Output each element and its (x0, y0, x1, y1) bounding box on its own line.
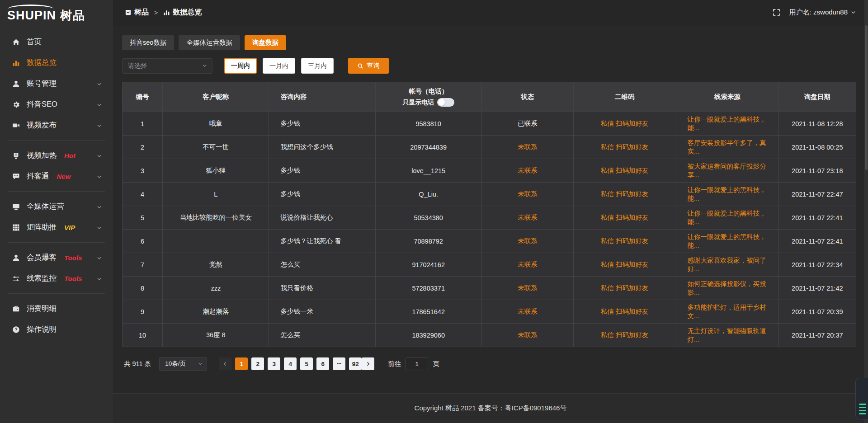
qrcode-link[interactable]: 私信 扫码加好友 (601, 213, 649, 222)
col-header-id: 编号 (123, 82, 163, 112)
table-body: 1哦章多少钱9583810已联系私信 扫码加好友让你一眼就爱上的黑科技，能...… (123, 112, 856, 347)
sidebar-item-label: 会员爆客 (27, 253, 57, 263)
sidebar-item-matrix-boost[interactable]: 矩阵助推VIP (0, 217, 113, 238)
tab-douyin-seo-data[interactable]: 抖音seo数据 (122, 35, 174, 50)
sidebar-menu: 首页数据总览账号管理抖音SEO视频发布视频加热Hot抖客通New全媒体运营矩阵助… (0, 32, 113, 340)
cell-date: 2021-11-08 00:25 (779, 136, 856, 159)
prev-page-button[interactable] (219, 357, 231, 370)
breadcrumb-item[interactable]: 数据总览 (163, 8, 202, 17)
table-row: 3狐小狸多少钱love__1215未联系私信 扫码加好友被大家追着问的客厅投影分… (123, 159, 856, 183)
query-button[interactable]: 查询 (348, 58, 389, 74)
page-button-5[interactable]: 5 (300, 357, 313, 370)
qrcode-link[interactable]: 私信 扫码加好友 (601, 190, 649, 198)
status-badge: 未联系 (518, 260, 538, 269)
cell-source: 让你一眼就爱上的黑科技，能... (676, 206, 779, 230)
table-row: 2不可一世我想问这个多少钱2097344839未联系私信 扫码加好友客厅安装投影… (123, 136, 856, 159)
range-button-one-week[interactable]: 一周内 (224, 58, 257, 74)
qrcode-link[interactable]: 私信 扫码加好友 (601, 260, 649, 269)
content: 抖音seo数据全媒体运营数据询盘数据 请选择 一周内一月内三月内 查询 (113, 25, 868, 393)
cell-id: 9 (123, 300, 163, 324)
data-tabs: 抖音seo数据全媒体运营数据询盘数据 (122, 35, 856, 50)
cell-id: 3 (123, 159, 163, 183)
phone-only-toggle[interactable] (437, 98, 454, 107)
home-icon (12, 38, 20, 46)
qrcode-link[interactable]: 私信 扫码加好友 (601, 284, 649, 292)
source-link[interactable]: 无主灯设计，智能磁吸轨道灯... (688, 327, 774, 344)
breadcrumb-item[interactable]: 树品 (125, 8, 149, 17)
source-link[interactable]: 让你一眼就爱上的黑科技，能... (688, 115, 774, 132)
sidebar-item-video-heat[interactable]: 视频加热Hot (0, 145, 113, 166)
chat-icon (12, 173, 20, 180)
qrcode-link[interactable]: 私信 扫码加好友 (601, 331, 649, 339)
scrollbar-thumb[interactable] (865, 25, 868, 170)
cell-id: 7 (123, 253, 163, 277)
qrcode-link[interactable]: 私信 扫码加好友 (601, 119, 649, 128)
sidebar-item-account-management[interactable]: 账号管理 (0, 73, 113, 94)
cell-nickname: 36度 8 (163, 324, 269, 347)
cell-id: 6 (123, 230, 163, 253)
sidebar-item-media-operation[interactable]: 全媒体运营 (0, 196, 113, 217)
page-button-3[interactable]: 3 (268, 357, 280, 370)
sidebar-item-label: 视频加热 (27, 150, 57, 160)
cell-qrcode: 私信 扫码加好友 (574, 183, 676, 206)
range-button-three-months[interactable]: 三月内 (301, 58, 334, 74)
user-menu[interactable]: 用户名: zswodun88 (789, 8, 856, 17)
sidebar-item-consume-detail[interactable]: 消费明细 (0, 298, 113, 319)
sidebar-item-clue-monitor[interactable]: 线索监控Tools (0, 268, 113, 289)
source-link[interactable]: 多功能护栏灯，适用于乡村文... (688, 303, 774, 320)
range-button-one-month[interactable]: 一月内 (263, 58, 295, 74)
cell-account: 178651642 (376, 300, 482, 324)
page-size-select[interactable]: 10条/页 (159, 357, 207, 371)
cell-source: 如何正确选择投影仪，买投影... (676, 277, 779, 300)
page-button-1[interactable]: 1 (235, 357, 248, 370)
sidebar-item-douyin-seo[interactable]: 抖音SEO (0, 94, 113, 115)
toggle-knob (438, 99, 445, 106)
support-widget-icon[interactable] (855, 378, 868, 419)
chevron-down-icon (96, 102, 102, 108)
tab-media-operation-data[interactable]: 全媒体运营数据 (179, 35, 240, 50)
sidebar-item-operation-guide[interactable]: ?操作说明 (0, 319, 113, 340)
table-row: 7觉然怎么买917024162未联系私信 扫码加好友感谢大家喜欢我家，被问了好.… (123, 253, 856, 277)
sidebar: SHUPIN 树品 首页数据总览账号管理抖音SEO视频发布视频加热Hot抖客通N… (0, 0, 113, 423)
qrcode-link[interactable]: 私信 扫码加好友 (601, 237, 649, 245)
cell-date: 2021-11-07 22:41 (779, 206, 856, 230)
qrcode-link[interactable]: 私信 扫码加好友 (601, 307, 649, 316)
qrcode-link[interactable]: 私信 扫码加好友 (601, 166, 649, 175)
page-button-92[interactable]: 92 (349, 357, 362, 370)
sidebar-item-home[interactable]: 首页 (0, 32, 113, 52)
source-link[interactable]: 被大家追着问的客厅投影分享... (688, 162, 774, 179)
page-button-6[interactable]: 6 (316, 357, 329, 370)
app-logo[interactable]: SHUPIN 树品 (0, 4, 113, 27)
cell-status: 未联系 (482, 277, 574, 300)
next-page-button[interactable] (362, 357, 374, 370)
cell-source: 无主灯设计，智能磁吸轨道灯... (676, 324, 779, 347)
source-link[interactable]: 客厅安装投影半年多了，真实... (688, 139, 774, 156)
sidebar-item-video-publish[interactable]: 视频发布 (0, 115, 113, 136)
vertical-scrollbar[interactable] (864, 0, 868, 423)
source-link[interactable]: 让你一眼就爱上的黑科技，能... (688, 209, 774, 226)
jump-page-input[interactable] (406, 357, 428, 370)
tab-inquiry-data[interactable]: 询盘数据 (245, 35, 286, 50)
col-header-nickname: 客户昵称 (163, 82, 269, 112)
qrcode-link[interactable]: 私信 扫码加好友 (601, 143, 649, 151)
table-row: 5当地比较能吃的一位美女说说价格让我死心50534380未联系私信 扫码加好友让… (123, 206, 856, 230)
source-link[interactable]: 感谢大家喜欢我家，被问了好... (688, 256, 774, 273)
cell-status: 未联系 (482, 206, 574, 230)
fullscreen-icon[interactable] (773, 9, 780, 16)
cell-source: 客厅安装投影半年多了，真实... (676, 136, 779, 159)
cell-content: 说说价格让我死心 (269, 206, 375, 230)
account-select[interactable]: 请选择 (122, 58, 212, 74)
source-link[interactable]: 让你一眼就爱上的黑科技，能... (688, 233, 774, 250)
page-button-2[interactable]: 2 (251, 357, 264, 370)
chevron-down-icon (96, 81, 102, 87)
source-link[interactable]: 让你一眼就爱上的黑科技，能... (688, 186, 774, 203)
page-ellipsis[interactable]: ••• (333, 357, 345, 370)
sidebar-item-data-overview[interactable]: 数据总览 (0, 52, 113, 73)
source-link[interactable]: 如何正确选择投影仪，买投影... (688, 280, 774, 297)
cell-date: 2021-11-08 12:28 (779, 112, 856, 136)
sidebar-item-douketong[interactable]: 抖客通New (0, 166, 113, 187)
cell-date: 2021-11-07 20:39 (779, 300, 856, 324)
sidebar-item-member-baoke[interactable]: 会员爆客Tools (0, 247, 113, 268)
jump-prefix-label: 前往 (388, 360, 401, 368)
page-button-4[interactable]: 4 (284, 357, 297, 370)
